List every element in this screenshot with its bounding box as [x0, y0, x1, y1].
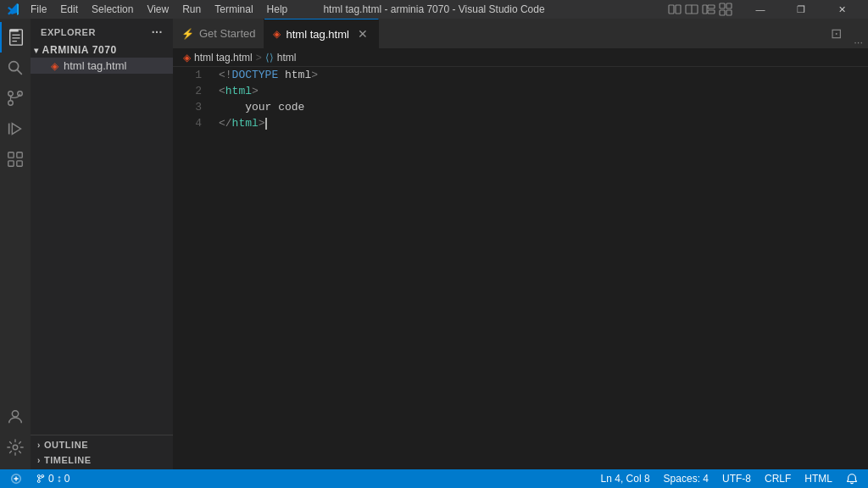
menu-edit[interactable]: Edit [53, 0, 85, 19]
breadcrumb-tag-icon: ⟨⟩ [265, 52, 274, 64]
editor-area: ⚡ Get Started ◈ html tag.html ✕ ⊡ ··· ◈ … [173, 19, 868, 469]
code-line-4: </html> [219, 115, 826, 131]
get-started-tab-icon: ⚡ [181, 28, 194, 40]
code-line-1: <!DOCTYPE html> [219, 67, 826, 83]
minimap-label [826, 67, 868, 70]
svg-rect-8 [726, 3, 732, 8]
code-editor[interactable]: 1 2 3 4 <!DOCTYPE html> <html> your code… [173, 67, 868, 469]
sidebar-section-label: ARMINIA 7070 [42, 44, 117, 56]
sidebar-bottom-panels: › OUTLINE › TIMELINE [31, 435, 173, 469]
encoding-status[interactable]: UTF-8 [719, 469, 754, 488]
line-ending-status[interactable]: CRLF [761, 469, 794, 488]
line-num-1: 1 [173, 67, 202, 83]
line-num-2: 2 [173, 83, 202, 99]
activity-bar-bottom [0, 402, 31, 469]
svg-rect-23 [8, 152, 14, 158]
svg-rect-0 [669, 5, 674, 14]
line-numbers: 1 2 3 4 [173, 67, 209, 469]
language-text: HTML [804, 473, 832, 485]
text-cursor [265, 118, 267, 130]
tab-get-started[interactable]: ⚡ Get Started [173, 19, 264, 48]
svg-point-18 [8, 92, 14, 97]
outline-label: OUTLINE [44, 440, 88, 450]
title-bar: File Edit Selection View Run Terminal He… [0, 0, 868, 19]
sidebar-menu-button[interactable]: ··· [152, 25, 163, 39]
html-tab-icon: ◈ [273, 28, 281, 40]
layout-icon-3[interactable] [702, 3, 715, 16]
maximize-button[interactable]: ❐ [782, 0, 821, 19]
menu-selection[interactable]: Selection [85, 0, 140, 19]
sidebar: Explorer ··· ▾ ARMINIA 7070 ◈ html tag.h… [31, 19, 173, 469]
tab-close-button[interactable]: ✕ [356, 27, 370, 41]
breadcrumb-file[interactable]: html tag.html [194, 52, 253, 64]
html-tab-label: html tag.html [286, 28, 348, 41]
code-line-3: your code [219, 99, 826, 115]
minimize-button[interactable]: — [741, 0, 780, 19]
menu-run[interactable]: Run [175, 0, 208, 19]
svg-rect-9 [720, 10, 725, 15]
error-count: 0 [64, 473, 70, 485]
explorer-activity-icon[interactable] [0, 22, 31, 53]
status-bar-left: 0 ↕ 0 [7, 469, 73, 488]
language-status[interactable]: HTML [801, 469, 836, 488]
remote-status[interactable] [7, 469, 25, 488]
activity-bar [0, 19, 31, 469]
position-text: Ln 4, Col 8 [601, 473, 650, 485]
timeline-label: TIMELINE [44, 455, 92, 465]
minimap [826, 67, 868, 469]
sidebar-content: ▾ ARMINIA 7070 ◈ html tag.html [31, 42, 173, 435]
svg-point-28 [13, 445, 18, 450]
menu-view[interactable]: View [140, 0, 175, 19]
svg-rect-4 [703, 5, 707, 14]
layout-icon-2[interactable] [685, 3, 698, 16]
svg-rect-1 [676, 5, 681, 14]
line-ending-text: CRLF [765, 473, 791, 485]
svg-point-27 [12, 411, 18, 417]
more-tabs-button[interactable]: ··· [849, 36, 868, 48]
window-title: html tag.html - arminia 7070 - Visual St… [323, 3, 544, 15]
sidebar-section-arminia[interactable]: ▾ ARMINIA 7070 [31, 42, 173, 58]
breadcrumb-file-icon: ◈ [183, 52, 191, 64]
chevron-right-icon: › [37, 441, 41, 450]
menu-terminal[interactable]: Terminal [208, 0, 259, 19]
account-activity-icon[interactable] [0, 402, 31, 432]
source-control-activity-icon[interactable] [0, 83, 31, 114]
close-button[interactable]: ✕ [822, 0, 861, 19]
search-activity-icon[interactable] [0, 53, 31, 83]
run-activity-icon[interactable] [0, 114, 31, 144]
sidebar-title: Explorer [41, 27, 96, 37]
settings-activity-icon[interactable] [0, 432, 31, 463]
svg-rect-24 [17, 152, 22, 158]
html-file-icon: ◈ [51, 60, 58, 72]
breadcrumb-tag[interactable]: html [277, 52, 297, 64]
outline-panel-header[interactable]: › OUTLINE [31, 437, 173, 452]
layout-icon-4[interactable] [719, 3, 732, 16]
svg-marker-21 [12, 124, 20, 135]
get-started-tab-label: Get Started [199, 27, 255, 40]
layout-icon-1[interactable] [668, 3, 682, 16]
menu-help[interactable]: Help [260, 0, 295, 19]
menu-file[interactable]: File [24, 0, 53, 19]
title-bar-right: — ❐ ✕ [668, 0, 861, 19]
svg-point-30 [37, 480, 40, 483]
chevron-down-icon: ▾ [34, 46, 39, 55]
spaces-status[interactable]: Spaces: 4 [660, 469, 712, 488]
tab-html-tag[interactable]: ◈ html tag.html ✕ [264, 19, 378, 48]
breadcrumb-separator-1: > [256, 52, 262, 64]
timeline-panel-header[interactable]: › TIMELINE [31, 452, 173, 468]
extensions-activity-icon[interactable] [0, 144, 31, 175]
branch-name: 0 [48, 473, 54, 485]
split-editor-button[interactable]: ⊡ [824, 19, 849, 48]
sidebar-file-html-tag[interactable]: ◈ html tag.html [31, 58, 173, 74]
vscode-logo [7, 3, 20, 16]
notification-icon[interactable] [843, 469, 861, 488]
sidebar-file-name: html tag.html [64, 59, 126, 72]
branch-status[interactable]: 0 ↕ 0 [32, 469, 73, 488]
chevron-right-icon-2: › [37, 456, 41, 465]
position-status[interactable]: Ln 4, Col 8 [598, 469, 654, 488]
status-bar: 0 ↕ 0 Ln 4, Col 8 Spaces: 4 UTF-8 CRLF H… [0, 469, 868, 488]
spaces-text: Spaces: 4 [664, 473, 709, 485]
main-container: Explorer ··· ▾ ARMINIA 7070 ◈ html tag.h… [0, 19, 868, 469]
svg-line-17 [17, 69, 21, 74]
code-content[interactable]: <!DOCTYPE html> <html> your code </html> [209, 67, 826, 469]
